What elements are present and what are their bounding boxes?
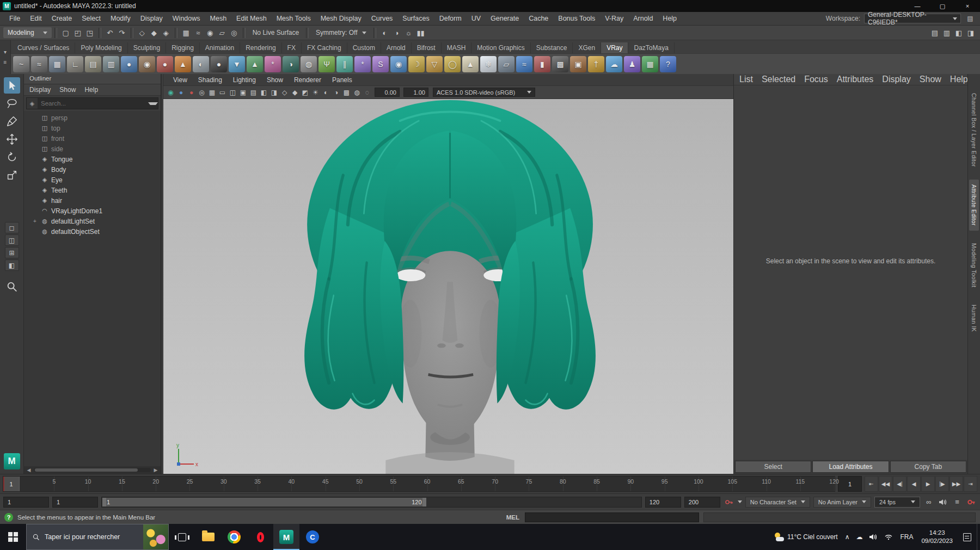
- menu-item[interactable]: Curves: [366, 15, 398, 22]
- outliner-item[interactable]: ◈ Tongue: [24, 154, 161, 164]
- snap-to-curve-icon[interactable]: ≈: [192, 27, 204, 39]
- paint-select-tool[interactable]: [4, 113, 20, 129]
- opera-icon[interactable]: [247, 524, 273, 550]
- menu-item[interactable]: UV: [467, 15, 486, 22]
- gate-mask-icon[interactable]: ▣: [238, 87, 248, 97]
- playback-loop-icon[interactable]: ∞: [923, 498, 934, 506]
- playback-end-field[interactable]: 120: [645, 497, 681, 508]
- maya-app-icon[interactable]: M: [273, 524, 299, 550]
- select-hierarchy-icon[interactable]: ◇: [136, 27, 148, 39]
- shelf-tab[interactable]: FX: [282, 42, 302, 53]
- vray-snow-icon[interactable]: ❄: [480, 56, 497, 72]
- shelf-tab[interactable]: Rendering: [240, 42, 281, 53]
- mel-command-input[interactable]: [525, 512, 699, 522]
- action-center-icon[interactable]: [957, 524, 977, 550]
- play-forwards-button[interactable]: ▶: [921, 476, 935, 492]
- select-button[interactable]: Select: [735, 461, 811, 473]
- viewport-menu-item[interactable]: Show: [261, 76, 289, 84]
- vray-checker-sphere-icon[interactable]: ◍: [301, 56, 317, 72]
- menu-item[interactable]: Select: [77, 15, 106, 22]
- vray-checker-cube-icon[interactable]: ▩: [552, 56, 568, 72]
- toggle-modeling-toolkit-icon[interactable]: ▤: [929, 27, 941, 39]
- script-shelf-icon[interactable]: ▥: [103, 56, 119, 72]
- textured-icon[interactable]: ◩: [300, 87, 310, 97]
- toggle-tool-settings-icon[interactable]: ◧: [953, 27, 965, 39]
- vray-ocean-icon[interactable]: ≈: [516, 56, 532, 72]
- scale-tool[interactable]: [4, 167, 20, 183]
- two-pane-layout-icon[interactable]: ◫: [5, 234, 19, 246]
- filter-icon[interactable]: ◈: [27, 98, 38, 109]
- attribute-editor-menu-item[interactable]: Focus: [800, 75, 832, 84]
- search-input[interactable]: [38, 100, 148, 107]
- outliner-item[interactable]: + ◍ defaultLightSet: [24, 216, 161, 226]
- outliner-horizontal-scrollbar[interactable]: ◀ ▶: [24, 466, 161, 474]
- shelf-tab[interactable]: Sculpting: [128, 42, 166, 53]
- outliner-menu-item[interactable]: Help: [80, 86, 102, 94]
- vray-flower-icon[interactable]: *: [265, 56, 281, 72]
- vray-capsule-icon[interactable]: ▮: [534, 56, 550, 72]
- open-scene-icon[interactable]: ◰: [72, 27, 84, 39]
- shaded-icon[interactable]: ◆: [290, 87, 300, 97]
- go-to-end-button[interactable]: ⇥: [964, 476, 977, 492]
- single-pane-layout-icon[interactable]: ◻: [5, 222, 19, 233]
- vray-sparkle-icon[interactable]: *: [354, 56, 371, 72]
- attribute-editor-menu-item[interactable]: Show: [915, 75, 946, 84]
- shelf-tab[interactable]: Curves / Surfaces: [12, 42, 75, 53]
- vray-proxy-icon[interactable]: ◉: [139, 56, 155, 72]
- shelf-tab[interactable]: FX Caching: [302, 42, 347, 53]
- copy-tab-button[interactable]: Copy Tab: [890, 461, 966, 473]
- animation-start-field[interactable]: 1: [3, 497, 49, 508]
- menu-item[interactable]: Edit: [25, 15, 47, 22]
- shelf-tab[interactable]: DazToMaya: [628, 42, 674, 53]
- menu-item[interactable]: Windows: [168, 15, 205, 22]
- attribute-editor-menu-item[interactable]: Selected: [757, 75, 800, 84]
- menu-item[interactable]: V-Ray: [600, 15, 628, 22]
- menu-item[interactable]: Surfaces: [397, 15, 434, 22]
- toggle-attribute-editor-icon[interactable]: ▥: [941, 27, 953, 39]
- onedrive-icon[interactable]: ☁: [853, 533, 866, 541]
- timeline-track[interactable]: 5101520253035404550556065707580859095100…: [3, 476, 835, 492]
- shadows-icon[interactable]: ◐: [321, 87, 331, 97]
- vray-particle-icon[interactable]: ◉: [390, 56, 407, 72]
- menu-item[interactable]: Arnold: [628, 15, 658, 22]
- current-frame-marker[interactable]: 1: [3, 477, 20, 491]
- render-current-frame-icon[interactable]: ◑: [391, 27, 403, 39]
- menu-item[interactable]: Mesh: [205, 15, 232, 22]
- menu-item[interactable]: Modify: [106, 15, 136, 22]
- toggle-channel-box-icon[interactable]: ◨: [965, 27, 977, 39]
- menu-item[interactable]: Create: [47, 15, 77, 22]
- expand-icon[interactable]: +: [32, 218, 38, 224]
- character-set-select[interactable]: No Character Set: [745, 497, 810, 508]
- shelf-tab[interactable]: Custom: [347, 42, 381, 53]
- viewport-menu-item[interactable]: Shading: [193, 76, 228, 84]
- make-live-icon[interactable]: ◎: [228, 27, 240, 39]
- lasso-select-tool[interactable]: [4, 95, 20, 112]
- load-attributes-button[interactable]: Load Attributes: [812, 461, 889, 473]
- volume-icon[interactable]: [866, 533, 881, 541]
- measure-tool-icon[interactable]: ∟: [67, 56, 83, 72]
- use-all-lights-icon[interactable]: ☀: [310, 87, 321, 97]
- anti-aliasing-icon[interactable]: ▩: [341, 87, 352, 97]
- vray-vfb-icon[interactable]: ◉: [166, 87, 176, 97]
- taskbar-search[interactable]: Taper ici pour rechercher: [26, 524, 169, 550]
- outliner-item[interactable]: ◫ top: [24, 123, 161, 133]
- maximize-button[interactable]: ▢: [930, 0, 955, 12]
- search-highlight-image[interactable]: [143, 524, 168, 549]
- redo-icon[interactable]: ↷: [116, 27, 128, 39]
- attribute-editor-menu-item[interactable]: Attributes: [832, 75, 878, 84]
- vray-funnel-icon[interactable]: ▽: [426, 56, 443, 72]
- vray-spline-icon[interactable]: S: [372, 56, 389, 72]
- new-scene-icon[interactable]: ▢: [60, 27, 72, 39]
- shelf-tab[interactable]: Rigging: [166, 42, 200, 53]
- outliner-item[interactable]: ◈ Teeth: [24, 185, 161, 195]
- outliner-item[interactable]: ◫ persp: [24, 113, 161, 123]
- open-render-view-icon[interactable]: ◐: [379, 27, 391, 39]
- side-panel-tab[interactable]: Attribute Editor: [969, 180, 979, 231]
- minimize-button[interactable]: —: [905, 0, 930, 12]
- auto-key-icon[interactable]: [966, 497, 977, 508]
- play-backwards-button[interactable]: ◀: [907, 476, 921, 492]
- field-chart-icon[interactable]: ▤: [248, 87, 259, 97]
- fps-select[interactable]: 24 fps: [874, 497, 920, 508]
- language-indicator[interactable]: FRA: [896, 524, 917, 550]
- menu-set-select[interactable]: Modeling: [3, 27, 52, 38]
